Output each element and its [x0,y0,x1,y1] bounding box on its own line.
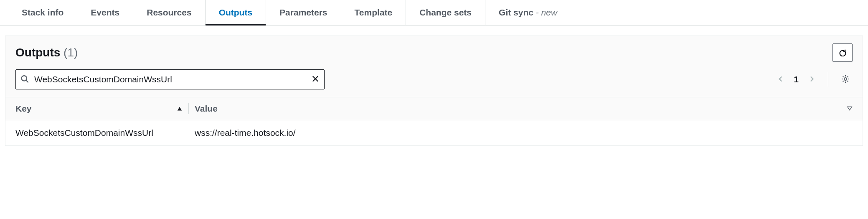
refresh-icon [838,48,847,58]
panel-header: Outputs (1) [5,36,863,66]
toolbar: 1 [5,66,863,97]
clear-search-button[interactable] [311,75,320,84]
tab-stack-info[interactable]: Stack info [8,0,77,25]
svg-marker-5 [178,107,182,111]
column-header-value[interactable]: Value [195,104,847,114]
search-input[interactable] [15,69,325,89]
column-preferences-button[interactable] [847,105,853,112]
gear-icon [841,78,850,85]
table-settings-button[interactable] [838,72,853,87]
svg-point-0 [22,76,27,81]
tab-events[interactable]: Events [77,0,133,25]
page-number: 1 [790,74,802,84]
triangle-down-icon [847,106,853,112]
pagination: 1 [774,73,818,87]
chevron-right-icon [808,77,815,84]
outputs-panel: Outputs (1) [5,36,863,146]
tab-git-sync[interactable]: Git sync - new [485,0,571,25]
divider [828,72,828,87]
tab-parameters[interactable]: Parameters [266,0,341,25]
cell-key: WebSocketsCustomDomainWssUrl [15,128,183,138]
next-page-button[interactable] [805,73,818,87]
tab-change-sets[interactable]: Change sets [406,0,485,25]
svg-point-4 [844,77,847,80]
prev-page-button[interactable] [774,73,787,87]
search-icon [20,75,29,84]
table-header: Key Value [5,97,863,120]
column-header-key[interactable]: Key [15,104,183,114]
panel-count: (1) [63,46,78,59]
refresh-button[interactable] [832,43,853,62]
table-row[interactable]: WebSocketsCustomDomainWssUrl wss://real-… [5,120,863,145]
tab-template[interactable]: Template [341,0,406,25]
tab-bar: Stack info Events Resources Outputs Para… [0,0,868,25]
tab-resources[interactable]: Resources [133,0,205,25]
sort-asc-icon [177,104,183,114]
chevron-left-icon [777,77,784,84]
tab-outputs[interactable]: Outputs [206,0,266,25]
panel-title: Outputs (1) [15,46,78,59]
cell-value: wss://real-time.hotsock.io/ [195,128,853,138]
column-divider [188,103,189,114]
svg-line-1 [26,80,28,82]
search-wrap [15,69,325,89]
svg-marker-6 [848,107,852,110]
